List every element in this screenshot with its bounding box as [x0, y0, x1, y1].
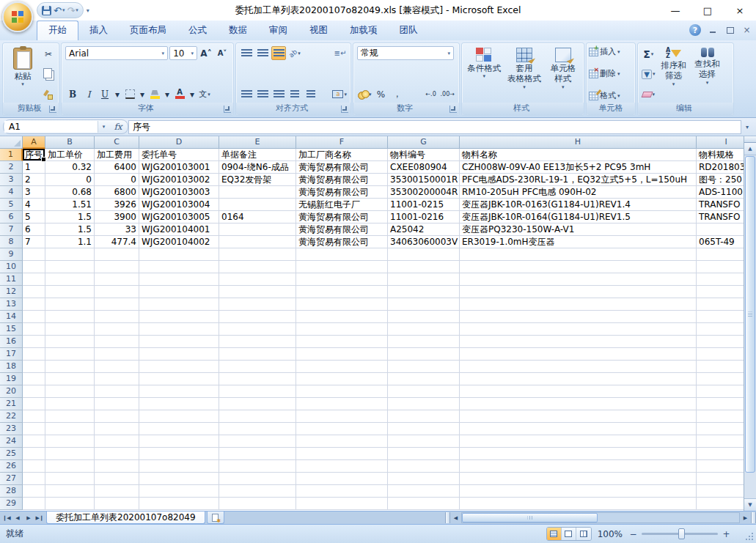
cell-G2[interactable]: CXEE080904	[388, 161, 460, 174]
cell-C21[interactable]	[95, 398, 139, 410]
cell-B16[interactable]	[45, 336, 95, 348]
copy-button[interactable]	[41, 67, 56, 81]
minimize-button[interactable]: —	[659, 0, 691, 21]
cell-E24[interactable]	[219, 435, 296, 448]
merge-center-button[interactable]: a▾	[331, 87, 348, 101]
cell-H8[interactable]: ER3019-1.0mH变压器	[460, 236, 697, 248]
cell-F27[interactable]	[296, 473, 388, 485]
cell-G4[interactable]: 35300200004R	[388, 186, 460, 199]
cell-E23[interactable]	[219, 423, 296, 435]
cell-B27[interactable]	[45, 473, 95, 485]
cell-B29[interactable]	[45, 498, 95, 510]
cell-H16[interactable]	[460, 336, 697, 348]
cell-G12[interactable]	[388, 286, 460, 298]
workbook-close-icon[interactable]: ×	[742, 26, 752, 34]
tab-team[interactable]: 团队	[389, 21, 429, 40]
cell-B28[interactable]	[45, 485, 95, 498]
delete-cells-button[interactable]: 删除▾	[589, 68, 633, 79]
cell-H26[interactable]	[460, 460, 697, 473]
cell-H1[interactable]: 物料名称	[460, 149, 697, 161]
zoom-in-button[interactable]: +	[722, 530, 731, 539]
cell-A28[interactable]	[23, 485, 45, 498]
cell-D19[interactable]	[139, 373, 219, 385]
row-header-11[interactable]: 11	[0, 273, 23, 286]
customize-qat-button[interactable]: ▾	[87, 7, 89, 14]
cell-D9[interactable]	[139, 248, 219, 261]
cell-D4[interactable]: WJG200103003	[139, 186, 219, 199]
cell-G10[interactable]	[388, 261, 460, 273]
italic-button[interactable]: I	[81, 87, 96, 101]
cell-A17[interactable]	[23, 348, 45, 361]
cell-D3[interactable]: WJG200103002	[139, 174, 219, 186]
row-header-5[interactable]: 5	[0, 199, 23, 211]
cell-F21[interactable]	[296, 398, 388, 410]
row-header-18[interactable]: 18	[0, 361, 23, 373]
row-header-15[interactable]: 15	[0, 323, 23, 336]
office-button[interactable]	[2, 1, 33, 32]
cell-B25[interactable]	[45, 448, 95, 460]
cell-C28[interactable]	[95, 485, 139, 498]
cell-A1[interactable]: 序号	[23, 149, 45, 161]
cell-C24[interactable]	[95, 435, 139, 448]
row-header-16[interactable]: 16	[0, 336, 23, 348]
cell-H11[interactable]	[460, 273, 697, 286]
align-middle-button[interactable]	[255, 46, 270, 60]
cell-D14[interactable]	[139, 311, 219, 323]
cell-C26[interactable]	[95, 460, 139, 473]
cell-G20[interactable]	[388, 385, 460, 398]
shrink-font-button[interactable]: A˅	[215, 46, 230, 60]
align-center-button[interactable]	[255, 87, 270, 101]
cell-C23[interactable]	[95, 423, 139, 435]
workbook-minimize-icon[interactable]	[708, 26, 718, 34]
bold-button[interactable]: B	[65, 87, 80, 101]
cell-H9[interactable]	[460, 248, 697, 261]
cell-C18[interactable]	[95, 361, 139, 373]
cell-F4[interactable]: 黄海贸易有限公司	[296, 186, 388, 199]
column-header-F[interactable]: F	[296, 136, 388, 149]
normal-view-button[interactable]	[547, 528, 562, 540]
fill-button[interactable]: ▼▾	[641, 67, 656, 81]
scroll-left-arrow[interactable]: ◀	[450, 511, 461, 524]
expand-formula-bar-icon[interactable]: ▾	[741, 124, 753, 130]
cell-G25[interactable]	[388, 448, 460, 460]
tab-data[interactable]: 数据	[218, 21, 258, 40]
increase-indent-button[interactable]	[304, 87, 318, 101]
cell-G15[interactable]	[388, 323, 460, 336]
cell-H24[interactable]	[460, 435, 697, 448]
cell-F11[interactable]	[296, 273, 388, 286]
row-header-26[interactable]: 26	[0, 460, 23, 473]
cell-D1[interactable]: 委托单号	[139, 149, 219, 161]
cell-H28[interactable]	[460, 485, 697, 498]
wrap-text-button[interactable]: ≣↵	[333, 46, 348, 60]
cell-E19[interactable]	[219, 373, 296, 385]
cell-F18[interactable]	[296, 361, 388, 373]
orientation-button[interactable]: ab▾	[287, 46, 302, 60]
cell-D21[interactable]	[139, 398, 219, 410]
cell-F5[interactable]: 无锡新红电子厂	[296, 199, 388, 211]
cell-C12[interactable]	[95, 286, 139, 298]
cell-E1[interactable]: 单据备注	[219, 149, 296, 161]
font-color-dropdown-arrow[interactable]: ▾	[188, 87, 196, 101]
cell-G13[interactable]	[388, 298, 460, 311]
cell-G27[interactable]	[388, 473, 460, 485]
cell-G5[interactable]: 11001-0215	[388, 199, 460, 211]
cell-G7[interactable]: A25042	[388, 224, 460, 236]
page-layout-view-button[interactable]	[562, 528, 576, 540]
cell-D28[interactable]	[139, 485, 219, 498]
cell-H14[interactable]	[460, 311, 697, 323]
row-header-13[interactable]: 13	[0, 298, 23, 311]
cell-F2[interactable]: 黄海贸易有限公司	[296, 161, 388, 174]
underline-dropdown-arrow[interactable]: ▾	[114, 87, 121, 101]
cell-E27[interactable]	[219, 473, 296, 485]
cell-B13[interactable]	[45, 298, 95, 311]
cell-B24[interactable]	[45, 435, 95, 448]
paste-dropdown-arrow[interactable]: ▾	[21, 81, 24, 88]
cell-H7[interactable]: 变压器PQ3230-150W-A-V1	[460, 224, 697, 236]
cell-F17[interactable]	[296, 348, 388, 361]
tab-add-ins[interactable]: 加载项	[339, 21, 389, 40]
zoom-level[interactable]: 100%	[598, 529, 623, 539]
align-left-button[interactable]	[239, 87, 254, 101]
cell-B7[interactable]: 1.5	[45, 224, 95, 236]
cell-H25[interactable]	[460, 448, 697, 460]
number-dialog-launcher[interactable]	[449, 106, 457, 113]
